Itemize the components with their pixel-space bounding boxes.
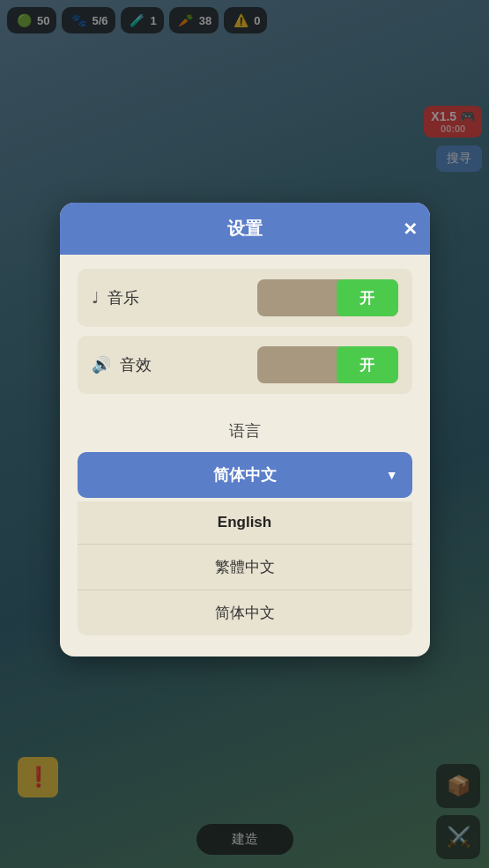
sfx-toggle-row: 🔊 音效 开 (78, 336, 412, 394)
sfx-text: 音效 (120, 354, 152, 375)
language-option-simplified-chinese[interactable]: 简体中文 (78, 590, 412, 635)
language-option-tw-label: 繁體中文 (215, 559, 275, 575)
dropdown-arrow-icon: ▼ (386, 468, 398, 482)
settings-modal: 设置 ✕ ♩ 音乐 开 🔊 音效 开 (60, 203, 430, 657)
music-toggle-row: ♩ 音乐 开 (78, 269, 412, 327)
language-option-english[interactable]: English (78, 501, 412, 545)
language-dropdown-trigger[interactable]: 简体中文 ▼ (78, 452, 412, 498)
language-option-cn-label: 简体中文 (215, 605, 275, 621)
language-dropdown-options: English 繁體中文 简体中文 (78, 501, 412, 635)
language-option-english-label: English (218, 514, 271, 530)
modal-header: 设置 ✕ (60, 203, 430, 255)
language-section-label: 语言 (78, 420, 412, 441)
music-toggle[interactable]: 开 (257, 279, 398, 316)
sfx-toggle[interactable]: 开 (257, 346, 398, 383)
language-option-traditional-chinese[interactable]: 繁體中文 (78, 545, 412, 590)
sfx-on-state: 开 (337, 346, 398, 383)
modal-close-button[interactable]: ✕ (403, 220, 418, 238)
language-section: 语言 简体中文 ▼ English 繁體中文 简体中文 (78, 420, 412, 635)
music-text: 音乐 (107, 287, 139, 308)
sfx-icon: 🔊 (92, 355, 111, 375)
selected-language-text: 简体中文 (213, 464, 277, 486)
modal-container: 设置 ✕ ♩ 音乐 开 🔊 音效 开 (60, 203, 430, 657)
music-label: ♩ 音乐 (92, 287, 139, 308)
modal-body: ♩ 音乐 开 🔊 音效 开 语言 (60, 255, 430, 657)
music-icon: ♩ (92, 288, 99, 308)
music-on-state: 开 (337, 279, 398, 316)
modal-title: 设置 (227, 217, 263, 241)
sfx-label: 🔊 音效 (92, 354, 152, 375)
